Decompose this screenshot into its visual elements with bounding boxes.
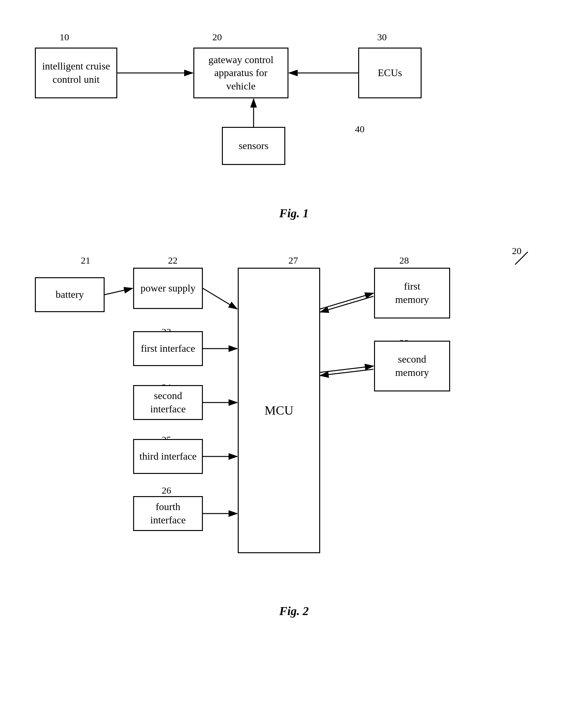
first-interface-box: first interface (133, 331, 203, 366)
sensors-box: sensors (222, 127, 285, 165)
page: 10 20 30 40 intelligent cruise control u… (0, 0, 588, 708)
fig2-ref-28: 28 (399, 255, 409, 266)
second-memory-box: second memory (374, 341, 450, 391)
svg-line-12 (320, 293, 373, 309)
ref-40: 40 (355, 124, 365, 135)
ref-10: 10 (60, 32, 69, 42)
fig2-caption: Fig. 2 (25, 604, 563, 618)
fig2-diagram: 21 22 23 24 25 26 27 28 29 battery power… (25, 245, 563, 594)
fig2-ref-26: 26 (162, 485, 171, 496)
first-memory-box: first memory (374, 268, 450, 319)
svg-line-13 (320, 296, 373, 312)
fig2-wrapper: 20 21 22 23 24 25 26 27 28 29 battery po… (25, 245, 563, 618)
fourth-interface-box: fourth interface (133, 496, 203, 531)
battery-box: battery (35, 277, 104, 312)
svg-line-14 (320, 366, 373, 373)
ref-30: 30 (377, 32, 387, 42)
icc-box: intelligent cruise control unit (35, 48, 117, 98)
ecus-box: ECUs (358, 48, 422, 98)
fig1-diagram: 10 20 30 40 intelligent cruise control u… (25, 25, 563, 203)
svg-line-7 (203, 288, 237, 309)
third-interface-box: third interface (133, 439, 203, 474)
power-supply-box: power supply (133, 268, 203, 309)
svg-line-15 (320, 369, 373, 376)
ref-20: 20 (212, 32, 222, 42)
svg-line-6 (104, 288, 132, 295)
fig2-ref-21: 21 (81, 255, 90, 266)
second-interface-box: second interface (133, 385, 203, 420)
mcu-box: MCU (238, 268, 320, 553)
fig2-ref-22: 22 (168, 255, 178, 266)
fig1-caption: Fig. 1 (25, 206, 563, 220)
fig2-ref-27: 27 (288, 255, 298, 266)
gateway-box: gateway control apparatus for vehicle (193, 48, 288, 98)
